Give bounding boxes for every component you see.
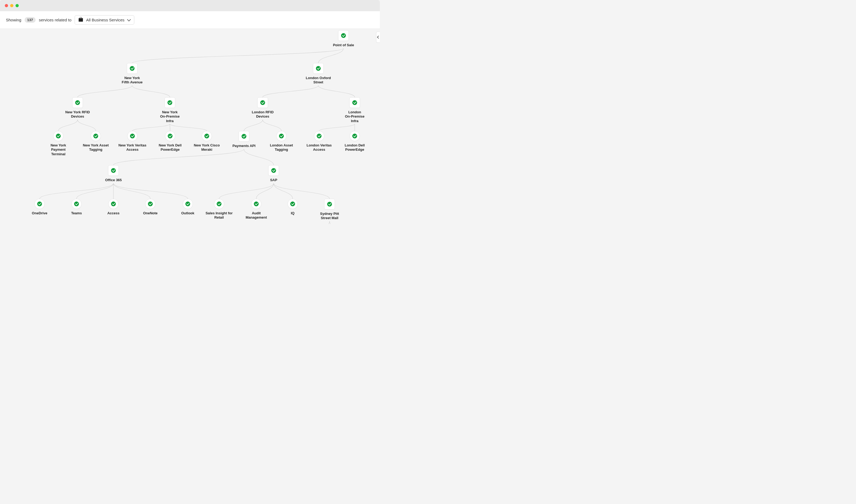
service-node-payApi[interactable]: Payments API	[225, 131, 263, 148]
node-shell	[313, 63, 324, 74]
node-label: OneDrive	[21, 211, 58, 215]
service-node-lonVer[interactable]: London Veritas Access	[301, 131, 338, 152]
node-label: London RFID Devices	[244, 110, 281, 119]
status-ok-icon	[317, 133, 322, 139]
node-shell	[276, 131, 287, 141]
node-label: London Asset Tagging	[263, 143, 300, 152]
service-node-ny5th[interactable]: New York Fifth Avenue	[114, 63, 151, 85]
briefcase-icon	[79, 18, 83, 22]
node-shell	[349, 131, 360, 141]
service-node-salesIn[interactable]: Sales Insight for Retail	[200, 199, 238, 220]
node-label: Office 365	[95, 178, 132, 182]
status-ok-icon	[111, 201, 116, 206]
status-ok-icon	[185, 201, 190, 206]
service-node-pos[interactable]: Point of Sale	[325, 30, 362, 47]
filter-header: Showing 137 services related to All Busi…	[0, 11, 380, 29]
node-label: Payments API	[225, 144, 263, 148]
status-ok-icon	[352, 133, 357, 139]
node-label: Point of Sale	[325, 43, 362, 47]
service-node-nyVer[interactable]: New York Veritas Access	[114, 131, 151, 152]
node-label: IQ	[274, 211, 311, 215]
status-ok-icon	[327, 202, 332, 206]
node-shell	[288, 199, 298, 209]
node-shell	[314, 131, 324, 141]
node-shell	[338, 30, 349, 41]
node-label: Teams	[58, 211, 95, 215]
service-node-nyDell[interactable]: New York Dell PowerEdge	[151, 131, 189, 152]
node-label: OneNote	[132, 211, 169, 215]
window-zoom-button[interactable]	[16, 4, 19, 7]
status-ok-icon	[111, 168, 116, 173]
node-label: New York Payment Terminal	[39, 143, 77, 156]
side-panel-toggle[interactable]	[376, 32, 380, 43]
node-label: New York RFID Devices	[59, 110, 96, 119]
node-label: SAP	[255, 178, 292, 182]
status-ok-icon	[37, 201, 42, 206]
status-ok-icon	[279, 133, 284, 139]
node-shell	[165, 131, 175, 141]
service-node-lonInfra[interactable]: London On-Premise Infra	[336, 97, 373, 123]
node-label: Access	[95, 211, 132, 215]
status-ok-icon	[352, 100, 357, 105]
node-shell	[202, 131, 212, 141]
node-label: Sydney Pitt Street Mall	[311, 212, 348, 220]
status-ok-icon	[204, 133, 209, 139]
service-node-lonOx[interactable]: London Oxford Street	[299, 63, 337, 85]
node-label: Sales Insight for Retail	[200, 211, 238, 220]
service-node-teams[interactable]: Teams	[58, 199, 95, 215]
service-node-nyRfid[interactable]: New York RFID Devices	[59, 97, 96, 119]
status-ok-icon	[168, 100, 172, 105]
chevron-down-icon	[127, 17, 131, 21]
service-node-nyCisco[interactable]: New York Cisco Meraki	[188, 131, 225, 152]
node-label: New York Veritas Access	[114, 143, 151, 152]
node-shell	[183, 199, 193, 209]
service-node-nyPay[interactable]: New York Payment Terminal	[39, 131, 77, 156]
service-node-audit[interactable]: Audit Management	[238, 199, 275, 220]
node-shell	[91, 131, 101, 141]
node-shell	[53, 131, 63, 141]
status-ok-icon	[130, 133, 135, 139]
status-ok-icon	[242, 134, 246, 139]
node-shell	[349, 97, 360, 108]
service-node-lonAsset[interactable]: London Asset Tagging	[263, 131, 300, 152]
node-shell	[251, 199, 261, 209]
node-shell	[268, 165, 279, 176]
node-label: New York Asset Tagging	[77, 143, 115, 152]
window-titlebar	[0, 0, 380, 11]
service-node-sydney[interactable]: Sydney Pitt Street Mall	[311, 199, 348, 220]
service-node-onedrive[interactable]: OneDrive	[21, 199, 58, 215]
node-label: London Oxford Street	[299, 76, 337, 85]
service-node-lonDell[interactable]: London Dell PowerEdge	[336, 131, 373, 152]
status-ok-icon	[130, 66, 135, 71]
node-label: London Dell PowerEdge	[336, 143, 373, 152]
status-ok-icon	[168, 133, 173, 139]
service-node-sap[interactable]: SAP	[255, 165, 292, 182]
service-node-nyAsset[interactable]: New York Asset Tagging	[77, 131, 115, 152]
service-node-onenote[interactable]: OneNote	[132, 199, 169, 215]
service-map-canvas[interactable]: Point of SaleNew York Fifth AvenueLondon…	[0, 29, 380, 224]
service-node-nyInfra[interactable]: New York On-Premise Infra	[151, 97, 189, 123]
status-ok-icon	[341, 33, 346, 38]
node-shell	[165, 97, 175, 108]
node-shell	[127, 63, 137, 74]
service-node-access[interactable]: Access	[95, 199, 132, 215]
node-shell	[239, 131, 249, 142]
node-shell	[72, 97, 83, 108]
service-count-badge: 137	[24, 17, 36, 23]
node-label: London On-Premise Infra	[336, 110, 373, 123]
service-node-iq[interactable]: IQ	[274, 199, 311, 215]
node-label: New York On-Premise Infra	[151, 110, 189, 123]
status-ok-icon	[75, 100, 80, 105]
node-label: New York Dell PowerEdge	[151, 143, 189, 152]
status-ok-icon	[254, 201, 259, 206]
window-close-button[interactable]	[5, 4, 8, 7]
service-node-lonRfid[interactable]: London RFID Devices	[244, 97, 281, 119]
service-node-o365[interactable]: Office 365	[95, 165, 132, 182]
node-label: New York Fifth Avenue	[114, 76, 151, 85]
status-ok-icon	[56, 133, 61, 139]
window-minimize-button[interactable]	[10, 4, 13, 7]
status-ok-icon	[260, 100, 265, 105]
status-ok-icon	[148, 201, 153, 206]
business-service-dropdown[interactable]: All Business Services	[75, 15, 134, 24]
status-ok-icon	[93, 133, 98, 139]
